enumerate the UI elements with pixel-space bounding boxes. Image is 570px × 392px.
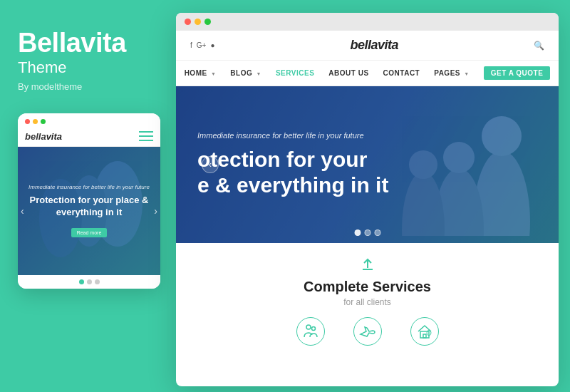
desktop-hero: Immediate insurance for better life in y… [176,86,559,243]
mobile-logo-second: vita [46,131,62,142]
desktop-logo: bellavita [350,38,398,53]
pages-arrow: ▼ [464,71,469,76]
mobile-dot-green [41,119,46,124]
facebook-icon[interactable]: f [190,41,192,49]
svg-point-12 [311,327,315,331]
desktop-hero-title-line2: e & everything in it [197,172,440,198]
desktop-prev-arrow[interactable]: ‹ [202,156,219,173]
service-family-icon [296,317,325,346]
mobile-hero-subtitle: Immediate insurance for better life in y… [26,184,152,190]
mobile-dot-1[interactable] [79,279,84,284]
menu-item-about[interactable]: ABOUT US [328,69,368,77]
hero-dot-3[interactable] [374,229,380,236]
menu-item-home[interactable]: HOME ▼ [185,69,217,77]
services-icon-svg [360,257,375,272]
desktop-hero-subtitle: Immediate insurance for better life in y… [197,131,559,140]
desktop-logo-first: bella [350,38,378,52]
blog-arrow: ▼ [256,71,261,76]
brand-subtitle: Theme [18,58,157,77]
mobile-dot-yellow [33,119,38,124]
mobile-read-more-button[interactable]: Read more [71,228,108,237]
mobile-hero: ‹ › Immediate insurance for better life … [18,147,160,275]
service-travel-icon [353,317,382,346]
desktop-social-icons: f G+ ● [190,41,214,49]
brand-title: Bellavita [18,29,157,58]
mobile-logo-first: bella [25,131,46,142]
desktop-titlebar [176,13,559,31]
mobile-prev-arrow[interactable]: ‹ [21,205,24,217]
mobile-titlebar [18,113,160,127]
hero-dot-2[interactable] [364,229,370,236]
menu-item-quote[interactable]: GET A QUOTE [484,66,551,80]
desktop-logo-second: vita [378,38,398,52]
desktop-menu: HOME ▼ BLOG ▼ SERVICES ABOUT US CONTACT … [176,61,559,86]
desktop-dot-green [204,19,211,25]
home-arrow: ▼ [211,71,216,76]
service-item-travel [353,317,382,346]
desktop-dot-yellow [195,19,201,25]
service-item-home [410,317,439,346]
mobile-mockup: bellavita ‹ › Immediate insurance for be… [18,113,160,289]
menu-item-services[interactable]: SERVICES [276,69,314,77]
mobile-logo: bellavita [25,131,62,142]
menu-item-contact[interactable]: CONTACT [383,69,420,77]
hero-dot-1[interactable] [354,229,361,236]
menu-item-blog[interactable]: BLOG ▼ [230,69,261,77]
mobile-dot-2[interactable] [87,279,92,284]
mobile-dot-indicators [18,275,160,289]
search-icon[interactable]: 🔍 [534,41,544,51]
desktop-hero-dots [354,229,380,236]
mobile-next-arrow[interactable]: › [154,205,157,217]
left-panel: Bellavita Theme By modeltheme bellavita [0,0,175,392]
mobile-header: bellavita [18,127,160,147]
desktop-panel: f G+ ● bellavita 🔍 HOME ▼ BLOG ▼ SERVICE… [176,13,559,386]
svg-point-11 [306,325,311,329]
services-subtitle: for all clients [190,297,544,307]
services-upload-icon [359,256,376,273]
instagram-icon[interactable]: ● [210,41,214,49]
svg-rect-14 [423,334,426,338]
services-icons-row [190,317,544,346]
desktop-hero-arrows: ‹ › [197,156,559,173]
mobile-dot-3[interactable] [95,279,100,284]
desktop-dot-red [185,19,191,25]
desktop-services-section: Complete Services for all clients [176,243,559,354]
service-item-family [296,317,325,346]
services-title: Complete Services [190,279,544,295]
mobile-menu-icon[interactable] [139,131,153,141]
service-home-icon [410,317,439,346]
desktop-top-nav: f G+ ● bellavita 🔍 [176,31,559,61]
menu-item-pages[interactable]: PAGES ▼ [434,69,469,77]
brand-by: By modeltheme [18,81,157,92]
mobile-arrows: ‹ › [18,205,160,217]
mobile-dot-red [25,119,30,124]
googleplus-icon[interactable]: G+ [197,41,207,49]
